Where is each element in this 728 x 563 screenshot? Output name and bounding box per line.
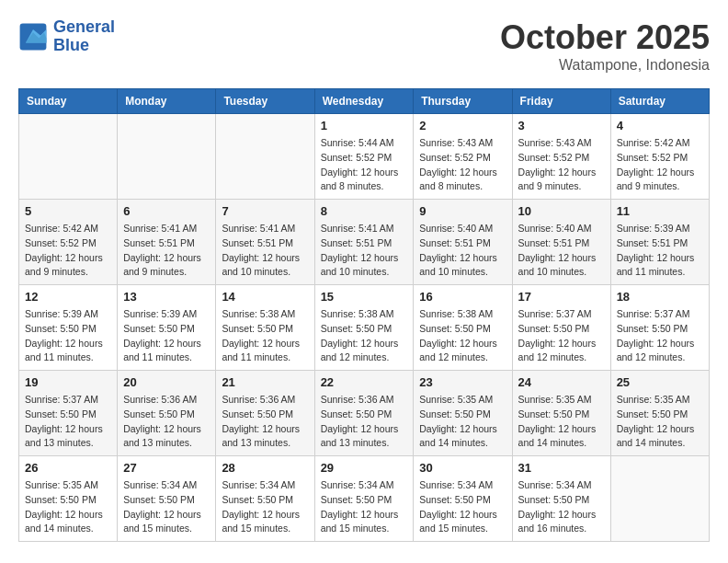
weekday-header: Wednesday <box>314 89 414 114</box>
calendar-cell: 14Sunrise: 5:38 AM Sunset: 5:50 PM Dayli… <box>216 285 314 371</box>
day-info: Sunrise: 5:42 AM Sunset: 5:52 PM Dayligh… <box>25 222 111 280</box>
calendar-cell <box>216 114 314 200</box>
day-number: 19 <box>25 375 111 389</box>
calendar-cell: 19Sunrise: 5:37 AM Sunset: 5:50 PM Dayli… <box>19 371 118 456</box>
day-number: 14 <box>222 290 308 304</box>
calendar-cell: 5Sunrise: 5:42 AM Sunset: 5:52 PM Daylig… <box>19 200 118 285</box>
day-number: 25 <box>617 375 703 389</box>
calendar-table: SundayMondayTuesdayWednesdayThursdayFrid… <box>18 88 710 542</box>
logo: General Blue <box>18 18 115 55</box>
calendar-week-row: 19Sunrise: 5:37 AM Sunset: 5:50 PM Dayli… <box>19 371 710 456</box>
calendar-cell: 13Sunrise: 5:39 AM Sunset: 5:50 PM Dayli… <box>118 285 216 371</box>
day-number: 30 <box>419 461 506 475</box>
day-info: Sunrise: 5:37 AM Sunset: 5:50 PM Dayligh… <box>25 393 111 451</box>
day-number: 3 <box>518 119 605 132</box>
day-number: 11 <box>617 204 703 218</box>
day-number: 26 <box>25 461 111 475</box>
calendar-cell <box>118 114 216 200</box>
calendar-cell: 16Sunrise: 5:38 AM Sunset: 5:50 PM Dayli… <box>414 285 512 371</box>
day-info: Sunrise: 5:43 AM Sunset: 5:52 PM Dayligh… <box>419 136 506 194</box>
logo-text: General Blue <box>53 18 115 55</box>
calendar-cell: 18Sunrise: 5:37 AM Sunset: 5:50 PM Dayli… <box>610 285 709 371</box>
day-number: 24 <box>518 375 605 389</box>
day-info: Sunrise: 5:34 AM Sunset: 5:50 PM Dayligh… <box>123 478 210 536</box>
calendar-week-row: 12Sunrise: 5:39 AM Sunset: 5:50 PM Dayli… <box>19 285 710 371</box>
day-info: Sunrise: 5:37 AM Sunset: 5:50 PM Dayligh… <box>617 307 703 365</box>
calendar-cell: 20Sunrise: 5:36 AM Sunset: 5:50 PM Dayli… <box>118 371 216 456</box>
day-number: 17 <box>518 290 605 304</box>
calendar-cell: 4Sunrise: 5:42 AM Sunset: 5:52 PM Daylig… <box>610 114 709 200</box>
day-number: 18 <box>617 290 703 304</box>
calendar-cell: 25Sunrise: 5:35 AM Sunset: 5:50 PM Dayli… <box>610 371 709 456</box>
calendar-cell: 22Sunrise: 5:36 AM Sunset: 5:50 PM Dayli… <box>314 371 414 456</box>
day-info: Sunrise: 5:40 AM Sunset: 5:51 PM Dayligh… <box>419 222 506 280</box>
weekday-header: Thursday <box>414 89 512 114</box>
day-info: Sunrise: 5:35 AM Sunset: 5:50 PM Dayligh… <box>419 393 506 451</box>
calendar-cell: 31Sunrise: 5:34 AM Sunset: 5:50 PM Dayli… <box>512 456 610 542</box>
day-info: Sunrise: 5:36 AM Sunset: 5:50 PM Dayligh… <box>222 393 308 451</box>
calendar-week-row: 26Sunrise: 5:35 AM Sunset: 5:50 PM Dayli… <box>19 456 710 542</box>
day-info: Sunrise: 5:43 AM Sunset: 5:52 PM Dayligh… <box>518 136 605 194</box>
day-number: 23 <box>419 375 506 389</box>
day-number: 8 <box>321 204 408 218</box>
day-info: Sunrise: 5:34 AM Sunset: 5:50 PM Dayligh… <box>222 478 308 536</box>
day-number: 13 <box>123 290 210 304</box>
day-number: 20 <box>123 375 210 389</box>
day-info: Sunrise: 5:41 AM Sunset: 5:51 PM Dayligh… <box>222 222 308 280</box>
day-info: Sunrise: 5:41 AM Sunset: 5:51 PM Dayligh… <box>321 222 408 280</box>
day-number: 27 <box>123 461 210 475</box>
calendar-cell: 21Sunrise: 5:36 AM Sunset: 5:50 PM Dayli… <box>216 371 314 456</box>
weekday-header: Tuesday <box>216 89 314 114</box>
calendar-cell: 11Sunrise: 5:39 AM Sunset: 5:51 PM Dayli… <box>610 200 709 285</box>
day-info: Sunrise: 5:34 AM Sunset: 5:50 PM Dayligh… <box>518 478 605 536</box>
calendar-cell: 1Sunrise: 5:44 AM Sunset: 5:52 PM Daylig… <box>314 114 414 200</box>
weekday-header-row: SundayMondayTuesdayWednesdayThursdayFrid… <box>19 89 710 114</box>
calendar-body: 1Sunrise: 5:44 AM Sunset: 5:52 PM Daylig… <box>19 114 710 542</box>
calendar-cell: 9Sunrise: 5:40 AM Sunset: 5:51 PM Daylig… <box>414 200 512 285</box>
day-info: Sunrise: 5:34 AM Sunset: 5:50 PM Dayligh… <box>419 478 506 536</box>
calendar-cell: 23Sunrise: 5:35 AM Sunset: 5:50 PM Dayli… <box>414 371 512 456</box>
calendar-cell <box>19 114 118 200</box>
calendar-cell: 15Sunrise: 5:38 AM Sunset: 5:50 PM Dayli… <box>314 285 414 371</box>
day-info: Sunrise: 5:39 AM Sunset: 5:51 PM Dayligh… <box>617 222 703 280</box>
day-number: 21 <box>222 375 308 389</box>
day-info: Sunrise: 5:34 AM Sunset: 5:50 PM Dayligh… <box>321 478 408 536</box>
calendar-header: SundayMondayTuesdayWednesdayThursdayFrid… <box>19 89 710 114</box>
day-number: 7 <box>222 204 308 218</box>
title-area: October 2025 Watampone, Indonesia <box>500 18 710 74</box>
calendar-cell: 8Sunrise: 5:41 AM Sunset: 5:51 PM Daylig… <box>314 200 414 285</box>
day-number: 10 <box>518 204 605 218</box>
calendar-cell: 12Sunrise: 5:39 AM Sunset: 5:50 PM Dayli… <box>19 285 118 371</box>
calendar-cell: 2Sunrise: 5:43 AM Sunset: 5:52 PM Daylig… <box>414 114 512 200</box>
day-number: 6 <box>123 204 210 218</box>
day-number: 31 <box>518 461 605 475</box>
month-title: October 2025 <box>500 18 710 57</box>
weekday-header: Saturday <box>610 89 709 114</box>
calendar-cell: 7Sunrise: 5:41 AM Sunset: 5:51 PM Daylig… <box>216 200 314 285</box>
day-info: Sunrise: 5:35 AM Sunset: 5:50 PM Dayligh… <box>617 393 703 451</box>
calendar-cell: 6Sunrise: 5:41 AM Sunset: 5:51 PM Daylig… <box>118 200 216 285</box>
day-number: 15 <box>321 290 408 304</box>
day-info: Sunrise: 5:35 AM Sunset: 5:50 PM Dayligh… <box>25 478 111 536</box>
day-info: Sunrise: 5:38 AM Sunset: 5:50 PM Dayligh… <box>419 307 506 365</box>
day-info: Sunrise: 5:39 AM Sunset: 5:50 PM Dayligh… <box>123 307 210 365</box>
calendar-cell: 3Sunrise: 5:43 AM Sunset: 5:52 PM Daylig… <box>512 114 610 200</box>
calendar-cell: 17Sunrise: 5:37 AM Sunset: 5:50 PM Dayli… <box>512 285 610 371</box>
day-number: 16 <box>419 290 506 304</box>
calendar-cell: 26Sunrise: 5:35 AM Sunset: 5:50 PM Dayli… <box>19 456 118 542</box>
logo-icon <box>18 22 48 52</box>
day-number: 1 <box>321 119 408 132</box>
calendar-cell: 28Sunrise: 5:34 AM Sunset: 5:50 PM Dayli… <box>216 456 314 542</box>
day-info: Sunrise: 5:36 AM Sunset: 5:50 PM Dayligh… <box>123 393 210 451</box>
day-info: Sunrise: 5:35 AM Sunset: 5:50 PM Dayligh… <box>518 393 605 451</box>
day-info: Sunrise: 5:44 AM Sunset: 5:52 PM Dayligh… <box>321 136 408 194</box>
day-number: 28 <box>222 461 308 475</box>
day-info: Sunrise: 5:38 AM Sunset: 5:50 PM Dayligh… <box>321 307 408 365</box>
weekday-header: Monday <box>118 89 216 114</box>
calendar-cell: 24Sunrise: 5:35 AM Sunset: 5:50 PM Dayli… <box>512 371 610 456</box>
day-number: 22 <box>321 375 408 389</box>
day-number: 29 <box>321 461 408 475</box>
day-info: Sunrise: 5:41 AM Sunset: 5:51 PM Dayligh… <box>123 222 210 280</box>
day-info: Sunrise: 5:38 AM Sunset: 5:50 PM Dayligh… <box>222 307 308 365</box>
calendar-cell: 29Sunrise: 5:34 AM Sunset: 5:50 PM Dayli… <box>314 456 414 542</box>
